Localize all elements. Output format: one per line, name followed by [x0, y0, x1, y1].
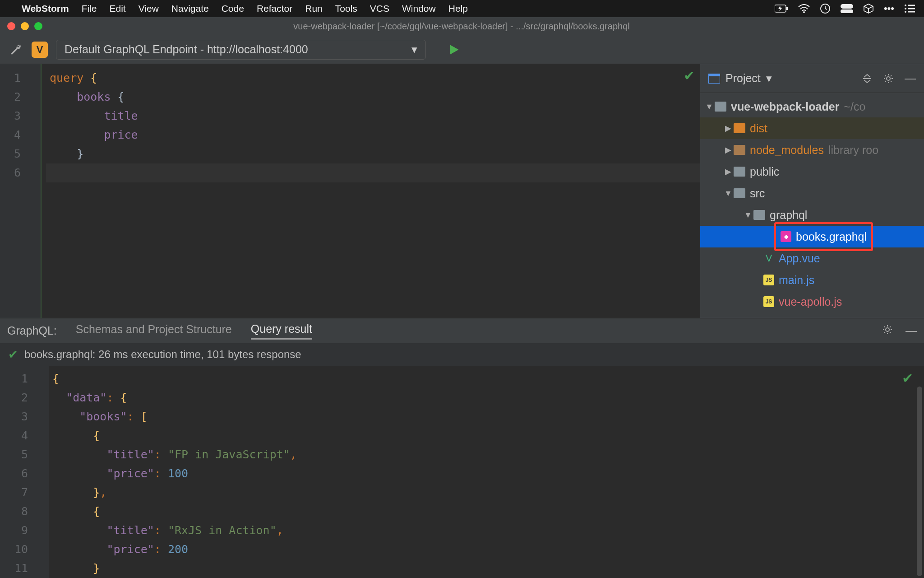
- run-query-button[interactable]: [448, 43, 460, 56]
- svg-rect-4: [841, 4, 853, 9]
- menu-file[interactable]: File: [82, 3, 97, 14]
- menu-refactor[interactable]: Refactor: [257, 3, 292, 14]
- menu-code[interactable]: Code: [222, 3, 244, 14]
- result-gutter: 1234567891011: [0, 366, 33, 578]
- chevron-down-icon: ▾: [411, 43, 417, 56]
- menu-navigate[interactable]: Navigate: [171, 3, 209, 14]
- query-status-bar: ✔ books.graphql: 26 ms execution time, 1…: [0, 343, 924, 366]
- vue-file-icon: V: [763, 253, 774, 264]
- variables-icon[interactable]: V: [32, 42, 48, 58]
- graphql-file-icon: ◆: [781, 231, 791, 242]
- mac-status-icons: •••: [775, 3, 915, 14]
- tree-root[interactable]: ▼ vue-webpack-loader ~/co: [700, 96, 924, 117]
- js-file-icon: JS: [763, 275, 774, 285]
- fold-gutter: [25, 64, 41, 318]
- tree-app-vue[interactable]: V App.vue: [700, 247, 924, 269]
- tree-main-js[interactable]: JS main.js: [700, 269, 924, 291]
- minimize-panel-icon[interactable]: —: [906, 324, 917, 337]
- minimize-window-button[interactable]: [21, 22, 29, 30]
- svg-point-16: [886, 328, 889, 331]
- titlebar: vue-webpack-loader [~/code/gql/vue-webpa…: [0, 17, 924, 35]
- svg-rect-1: [786, 7, 788, 10]
- fullscreen-window-button[interactable]: [34, 22, 42, 30]
- project-tool-icon: [708, 74, 720, 84]
- svg-point-6: [905, 5, 906, 6]
- app-name[interactable]: WebStorm: [22, 3, 69, 14]
- tab-query-result[interactable]: Query result: [251, 322, 312, 340]
- window-controls: [7, 22, 42, 30]
- menu-run[interactable]: Run: [305, 3, 323, 14]
- svg-rect-7: [908, 5, 915, 6]
- graphql-label: GraphQL:: [7, 324, 57, 337]
- success-check-icon: ✔: [8, 348, 18, 362]
- tree-dist[interactable]: ▶ dist: [700, 117, 924, 139]
- chevron-down-icon[interactable]: ▾: [766, 72, 772, 85]
- tab-schemas[interactable]: Schemas and Project Structure: [76, 323, 232, 339]
- mac-menubar: WebStorm File Edit View Navigate Code Re…: [0, 0, 924, 17]
- clock-icon[interactable]: [820, 3, 831, 14]
- gear-icon[interactable]: [882, 324, 893, 337]
- menu-vcs[interactable]: VCS: [370, 3, 389, 14]
- tree-src[interactable]: ▼ src: [700, 182, 924, 204]
- svg-rect-9: [908, 8, 915, 9]
- menu-window[interactable]: Window: [402, 3, 436, 14]
- toggle-icon[interactable]: [841, 4, 853, 13]
- code-area[interactable]: query { books { title price }}: [46, 64, 700, 318]
- current-line-highlight: [46, 163, 700, 182]
- main-row: 123456 query { books { title price }} ✔ …: [0, 64, 924, 318]
- more-icon[interactable]: •••: [884, 3, 894, 14]
- inspection-ok-icon[interactable]: ✔: [684, 68, 695, 84]
- tree-vue-apollo[interactable]: JS vue-apollo.js: [700, 291, 924, 312]
- graphql-tabs: GraphQL: Schemas and Project Structure Q…: [0, 318, 924, 343]
- query-status-text: books.graphql: 26 ms execution time, 101…: [24, 348, 301, 361]
- battery-icon[interactable]: [775, 5, 788, 13]
- code-editor[interactable]: 123456 query { books { title price }} ✔: [0, 64, 700, 318]
- tree-public[interactable]: ▶ public: [700, 161, 924, 182]
- svg-point-10: [905, 11, 906, 13]
- result-fold-gutter: [33, 366, 49, 578]
- inspection-ok-icon[interactable]: ✔: [902, 370, 913, 386]
- js-file-icon: JS: [763, 296, 774, 307]
- result-code[interactable]: { "data": { "books": [ { "title": "FP in…: [49, 366, 924, 578]
- svg-point-15: [887, 77, 890, 80]
- svg-rect-5: [841, 9, 853, 13]
- menu-tools[interactable]: Tools: [335, 3, 357, 14]
- gear-icon[interactable]: [883, 73, 894, 84]
- box-icon[interactable]: [863, 3, 874, 14]
- toolbar: V Default GraphQL Endpoint - http://loca…: [0, 35, 924, 64]
- project-tree[interactable]: ▼ vue-webpack-loader ~/co ▶ dist ▶ node_…: [700, 93, 924, 315]
- project-sidebar: Project ▾ — ▼ vue-webpack-loader ~/co ▶ …: [700, 64, 924, 318]
- tree-node-modules[interactable]: ▶ node_modules library roo: [700, 139, 924, 161]
- graphql-tool-window: GraphQL: Schemas and Project Structure Q…: [0, 318, 924, 578]
- indent-guide: [41, 64, 46, 318]
- settings-wrench-icon[interactable]: [7, 42, 23, 58]
- menu-view[interactable]: View: [139, 3, 159, 14]
- svg-point-8: [905, 8, 906, 9]
- collapse-icon[interactable]: [862, 74, 872, 84]
- svg-rect-14: [863, 78, 871, 79]
- endpoint-label: Default GraphQL Endpoint - http://localh…: [65, 43, 308, 56]
- editor-gutter: 123456: [0, 64, 25, 318]
- menu-edit[interactable]: Edit: [109, 3, 125, 14]
- svg-rect-13: [708, 74, 720, 76]
- wifi-icon[interactable]: [798, 4, 810, 13]
- list-icon[interactable]: [904, 4, 915, 13]
- svg-rect-11: [908, 11, 915, 13]
- tree-books-graphql[interactable]: ◆ books.graphql: [700, 226, 924, 247]
- sidebar-title[interactable]: Project: [725, 72, 761, 85]
- close-window-button[interactable]: [7, 22, 15, 30]
- endpoint-select[interactable]: Default GraphQL Endpoint - http://localh…: [56, 40, 426, 60]
- minimize-panel-icon[interactable]: —: [905, 72, 916, 85]
- result-editor[interactable]: 1234567891011 { "data": { "books": [ { "…: [0, 366, 924, 578]
- menu-help[interactable]: Help: [448, 3, 468, 14]
- svg-point-2: [803, 11, 805, 13]
- sidebar-header: Project ▾ —: [700, 64, 924, 93]
- window-title: vue-webpack-loader [~/code/gql/vue-webpa…: [53, 21, 924, 32]
- vertical-scrollbar[interactable]: [917, 387, 922, 576]
